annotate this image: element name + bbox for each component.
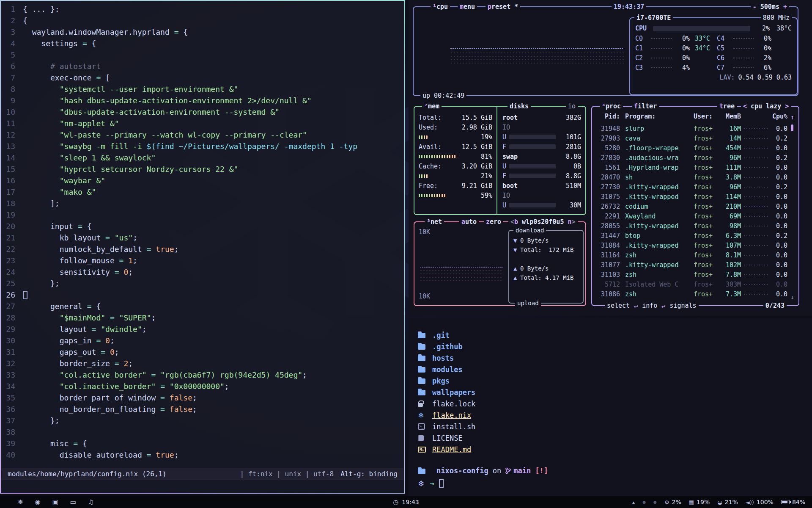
volume-indicator[interactable]: ◄))100% (746, 499, 774, 505)
header-user[interactable]: User: (692, 113, 719, 120)
code-line[interactable]: 37 }; (3, 415, 403, 426)
signals-button[interactable]: signals (669, 301, 696, 310)
process-row[interactable]: 26732codiumfros+210M0.0 (597, 202, 787, 211)
code-line[interactable]: 18 ]; (3, 198, 403, 209)
code-line[interactable]: 19 (3, 209, 403, 221)
net-title-part[interactable]: n (568, 218, 571, 226)
code-line[interactable]: 25 }; (3, 278, 403, 289)
code-line[interactable]: 32 border_size = 2; (3, 358, 403, 369)
scroll-up-icon[interactable]: ↑ (790, 113, 794, 121)
code-line[interactable]: 23 follow_mouse = 1; (3, 255, 403, 266)
nixos-menu-icon[interactable]: ❄ (18, 498, 23, 506)
interval-control[interactable]: - 500ms + (751, 3, 789, 11)
header-program[interactable]: Program: (620, 113, 692, 120)
enter-icon[interactable]: ↵ (661, 301, 665, 310)
process-row[interactable]: 31086zshfros+7.3M0.0 (597, 289, 787, 299)
code-line[interactable]: 3 wayland.windowManager.hyprland = { (3, 26, 403, 38)
header-memb[interactable]: MemB (719, 113, 741, 120)
code-line[interactable]: 35 border_part_of_window = false; (3, 392, 403, 403)
terminal-icon[interactable]: ▣ (52, 498, 58, 506)
code-line[interactable]: 2{ (3, 15, 403, 26)
code-line[interactable]: 26 (3, 289, 403, 301)
process-row[interactable]: 31084.kitty-wrappedfros+107M0.0 (597, 240, 787, 250)
code-line[interactable]: 27 general = { (3, 301, 403, 312)
process-row[interactable]: 5280.floorp-wrappefros+454M0.0 (597, 143, 787, 153)
io-toggle[interactable]: io (566, 102, 578, 110)
sort-prev-button[interactable]: < (743, 102, 747, 110)
sort-next-button[interactable]: > (785, 102, 789, 110)
net-interface-selector[interactable]: <b wlp0s20f0u5 n> (508, 218, 578, 226)
process-row[interactable]: 31447btopfros+6.3M0.2 (597, 231, 787, 240)
header-cpu[interactable]: Cpu% (770, 113, 787, 120)
preset-button[interactable]: preset * (486, 3, 520, 11)
code-line[interactable]: 21 kb_layout = "us"; (3, 232, 403, 243)
code-line[interactable]: 30 gaps_in = 0; (3, 335, 403, 346)
enter-icon[interactable]: ↵ (634, 301, 638, 310)
battery-indicator[interactable]: 84% (781, 499, 805, 505)
code-line[interactable]: 9 "hash dbus-update-activation-environme… (3, 95, 403, 106)
code-line[interactable]: 1{ ... }: (3, 3, 403, 15)
code-line[interactable]: 20 input = { (3, 221, 403, 232)
process-row[interactable]: 27830.audacious-wrafros+96M0.2 (597, 153, 787, 163)
memory-indicator[interactable]: ▦19% (689, 499, 710, 505)
net-auto-toggle[interactable]: auto (459, 218, 479, 226)
process-row[interactable]: 28055.kitty-wrappedfros+98M0.0 (597, 221, 787, 231)
interval-minus-button[interactable]: - (753, 3, 760, 11)
tray-app-1[interactable]: ● (642, 500, 646, 504)
tray-expand[interactable]: ▴ (632, 499, 635, 505)
code-line[interactable]: 22 numlock_by_default = true; (3, 243, 403, 255)
editor-buffer[interactable]: 1{ ... }:2{3 wayland.windowManager.hyprl… (3, 3, 403, 461)
code-line[interactable]: 24 sensitivity = 0; (3, 266, 403, 278)
process-row[interactable]: 31077.kitty-wrappedfros+102M0.0 (597, 260, 787, 270)
process-row[interactable]: 27730.kitty-wrappedfros+96M0.2 (597, 182, 787, 192)
process-row[interactable]: 2291Xwaylandfros+69M0.0 (597, 211, 787, 221)
process-row[interactable]: 28470shfros+3.8M0.0 (597, 172, 787, 182)
code-line[interactable]: 29 layout = "dwindle"; (3, 323, 403, 335)
code-line[interactable]: 5 (3, 49, 403, 61)
code-line[interactable]: 12 "wl-paste --primary --watch wl-copy -… (3, 129, 403, 141)
tree-toggle[interactable]: tree (717, 102, 737, 110)
code-line[interactable]: 34 "col.inactive_border" = "0x00000000"; (3, 381, 403, 392)
code-line[interactable]: 17 "mako &" (3, 186, 403, 198)
code-line[interactable]: 10 "dbus-update-activation-environment -… (3, 106, 403, 118)
sort-selector[interactable]: < cpu lazy > (741, 102, 791, 110)
filter-button[interactable]: filter (632, 102, 659, 110)
code-line[interactable]: 13 "swaybg -m fill -i $(find ~/Pictures/… (3, 141, 403, 152)
scrollbar-thumb[interactable] (791, 124, 793, 131)
header-pid[interactable]: Pid: (597, 113, 620, 120)
code-line[interactable]: 31 gaps_out = 0; (3, 346, 403, 358)
net-title-part[interactable]: b (514, 218, 518, 226)
process-row[interactable]: 31075.kitty-wrappedfros+114M0.0 (597, 192, 787, 202)
process-row[interactable]: 31948slurpfros+16M0.0 (597, 124, 787, 133)
code-line[interactable]: 33 "col.active_border" = "rgb(cba6f7) rg… (3, 369, 403, 381)
code-line[interactable]: 36 no_border_on_floating = false; (3, 403, 403, 415)
code-line[interactable]: 28 "$mainMod" = "SUPER"; (3, 312, 403, 323)
menu-button[interactable]: menu (458, 3, 477, 11)
windows-icon[interactable]: ▭ (70, 498, 76, 506)
disk-indicator[interactable]: ◒21% (717, 499, 738, 505)
shell-input-line[interactable]: ❄ → (418, 479, 444, 488)
code-line[interactable]: 8 "systemctl --user import-environment &… (3, 83, 403, 95)
tray-app-2[interactable]: ● (653, 500, 657, 504)
scroll-down-icon[interactable]: ↓ (790, 293, 794, 301)
code-line[interactable]: 11 "nm-applet &" (3, 118, 403, 129)
process-row[interactable]: 31164zshfros+8.1M0.0 (597, 250, 787, 260)
process-row[interactable]: 27903cavafros+14M0.2 (597, 133, 787, 143)
code-line[interactable]: 6 # autostart (3, 61, 403, 72)
info-button[interactable]: info (642, 301, 657, 310)
code-line[interactable]: 14 "sleep 1 && swaylock" (3, 152, 403, 163)
process-row[interactable]: 5712Isolated Web Cfros+303M0.0 (597, 279, 787, 289)
code-line[interactable]: 15 "hyprctl setcursor Nordzy-cursors 22 … (3, 163, 403, 175)
process-row[interactable]: 31103zshfros+7.8M0.0 (597, 270, 787, 279)
code-line[interactable]: 7 exec-once = [ (3, 72, 403, 83)
power-icon[interactable]: ◉ (35, 498, 41, 506)
code-line[interactable]: 16 "waybar &" (3, 175, 403, 186)
taskbar-clock[interactable]: ◷ 19:43 (393, 498, 419, 506)
code-line[interactable]: 4 settings = { (3, 38, 403, 49)
music-icon[interactable]: ♫ (88, 498, 93, 506)
code-line[interactable]: 38 (3, 426, 403, 438)
net-zero-toggle[interactable]: zero (484, 218, 503, 226)
cpu-indicator[interactable]: ⚙2% (664, 499, 681, 505)
code-line[interactable]: 39 misc = { (3, 438, 403, 449)
code-line[interactable]: 40 disable_autoreload = true; (3, 449, 403, 461)
